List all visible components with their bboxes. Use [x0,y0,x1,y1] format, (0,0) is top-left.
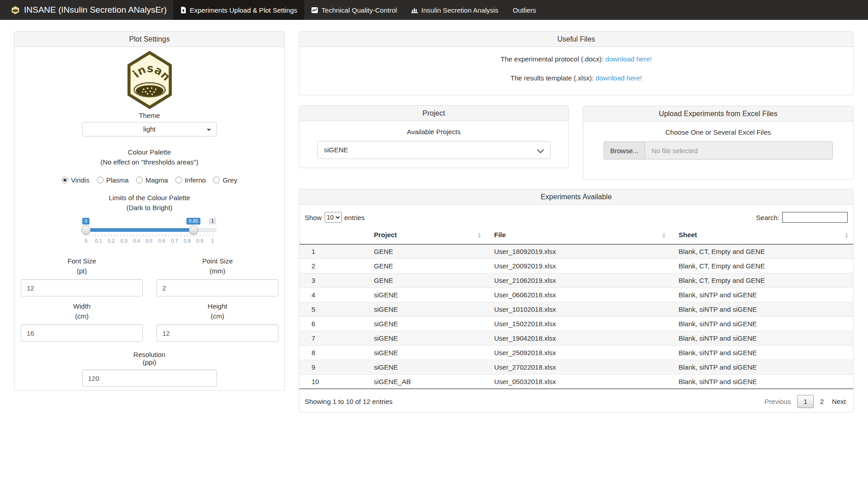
protocol-download-link[interactable]: download here! [605,55,652,63]
navbar: INSANE (INsulin Secretion ANalysEr) Expe… [0,0,868,20]
slider-tick-label: 0.3 [120,238,127,244]
slider-tick-label: 0.8 [184,238,190,244]
slider-handle-to[interactable] [189,225,198,235]
project-cell: siGENE [366,331,486,346]
tab-experiments-upload[interactable]: Experiments Upload & Plot Settings [173,0,305,20]
row-number: 7 [299,331,366,346]
radio-label: Plasma [106,176,129,184]
radio-label: Grey [222,176,237,184]
sort-icon[interactable]: ▲▼ [477,232,481,238]
row-number: 3 [299,273,366,288]
font-size-field: Font Size (pt) [21,257,143,296]
page-2-button[interactable]: 2 [818,395,826,408]
resolution-input[interactable] [82,370,217,387]
radio-viridis[interactable]: Viridis [61,176,90,184]
point-size-input[interactable] [156,279,278,296]
radio-inferno[interactable]: Inferno [175,176,206,184]
table-row: 4siGENEUser_06062018.xlsxBlank, siNTP an… [299,288,853,302]
project-cell: siGENE [366,288,486,302]
row-number: 1 [299,244,366,259]
resolution-unit: (ppi) [14,358,284,366]
file-cell: User_20092019.xlsx [486,259,670,273]
font-size-unit: (pt) [21,267,143,276]
resolution-field: Resolution (ppi) [14,351,284,387]
slider-handle-from[interactable] [81,225,91,235]
file-upload-icon [180,7,186,14]
palette-note: (No effect on "thresholds areas") [14,158,284,167]
tab-insulin-secretion[interactable]: Insulin Secretion Analysis [404,0,505,20]
radio-circle[interactable] [61,177,68,183]
file-cell: User_18092019.xlsx [486,244,670,259]
slider-tick-label: 0.7 [171,238,178,244]
sheet-cell: Blank, siNTP and siGENE [670,331,853,346]
height-label: Height [156,302,278,311]
file-cell: User_15022018.xlsx [486,317,670,331]
row-number: 4 [299,288,366,302]
radio-circle[interactable] [97,177,104,183]
row-number: 5 [299,302,366,317]
tab-label: Outliers [513,6,536,14]
entries-label: entries [344,214,365,221]
radio-label: Viridis [71,176,90,184]
previous-page-button[interactable]: Previous [763,395,793,408]
table-search: Search: [756,212,848,223]
browse-button[interactable]: Browse... [604,141,645,160]
search-input[interactable] [782,212,848,223]
radio-circle[interactable] [175,177,182,183]
project-cell: siGENE [366,302,486,317]
tab-label: Experiments Upload & Plot Settings [190,6,297,14]
width-input[interactable] [21,324,143,342]
template-download-link[interactable]: download here! [595,74,642,82]
font-size-input[interactable] [21,279,143,296]
table-footer: Showing 1 to 10 of 12 entries Previous 1… [299,389,853,408]
project-column-header[interactable]: Project ▲▼ [366,227,486,244]
file-cell: User_19042018.xlsx [486,331,670,346]
size-fields: Font Size (pt) Point Size (mm) Width (cm… [14,257,284,342]
radio-grey[interactable]: Grey [213,176,237,184]
project-panel: Project Available Projects siGENE [299,105,569,168]
sheet-cell: Blank, siNTP and siGENE [670,346,853,360]
project-select[interactable]: siGENE [317,141,551,159]
choose-files-label: Choose One or Several Excel Files [583,128,853,137]
next-page-button[interactable]: Next [830,395,848,408]
height-input[interactable] [156,324,278,342]
file-cell: User_10102018.xlsx [486,302,670,317]
row-number: 6 [299,317,366,331]
file-cell: User_06062018.xlsx [486,288,670,302]
file-cell: User_27022018.xlsx [486,360,670,375]
radio-plasma[interactable]: Plasma [97,176,129,184]
protocol-line: The experimental protocol (.docx): downl… [299,55,853,64]
file-cell: User_21062019.xlsx [486,273,670,288]
line-chart-icon [311,7,318,13]
tab-outliers[interactable]: Outliers [505,0,543,20]
table-row: 3GENEUser_21062019.xlsxBlank, CT, Empty … [299,273,853,288]
sheet-column-header[interactable]: Sheet ▲▼ [670,227,853,244]
radio-circle[interactable] [136,177,143,183]
row-number: 8 [299,346,366,360]
slider-tick-label: 0.9 [196,238,203,244]
slider-tick-label: 0 [85,238,87,244]
file-name-field[interactable]: No file selected [645,141,833,160]
radio-circle[interactable] [213,177,220,183]
table-row: 7siGENEUser_19042018.xlsxBlank, siNTP an… [299,331,853,346]
tab-label: Insulin Secretion Analysis [421,6,498,14]
slider-from-value: 0 [82,218,90,225]
tab-technical-qc[interactable]: Technical Quality-Control [304,0,404,20]
page-length-select[interactable]: 10 [325,212,342,223]
slider-tick-label: 0.1 [95,238,102,244]
table-row: 1GENEUser_18092019.xlsxBlank, CT, Empty … [299,244,853,259]
radio-magma[interactable]: Magma [136,176,168,184]
file-column-header[interactable]: File ▲▼ [486,227,670,244]
radio-label: Inferno [185,176,206,184]
theme-select[interactable]: light [82,122,217,136]
template-text: The results template (.xlsx): [510,74,595,82]
sheet-cell: Blank, siNTP and siGENE [670,288,853,302]
sort-icon[interactable]: ▲▼ [844,232,849,238]
slider-scale: 0 0.85 1 00.10.20.30.40.50.60.70.80.91 [86,218,212,248]
sort-icon[interactable]: ▲▼ [662,232,666,238]
table-row: 10siGENE_ABUser_05032018.xlsxBlank, siNT… [299,375,853,389]
slider-to-value: 0.85 [186,218,200,225]
table-row: 2GENEUser_20092019.xlsxBlank, CT, Empty … [299,259,853,273]
palette-limits-slider[interactable]: 0 0.85 1 00.10.20.30.40.50.60.70.80.91 [82,218,217,248]
page-1-button[interactable]: 1 [797,395,813,408]
